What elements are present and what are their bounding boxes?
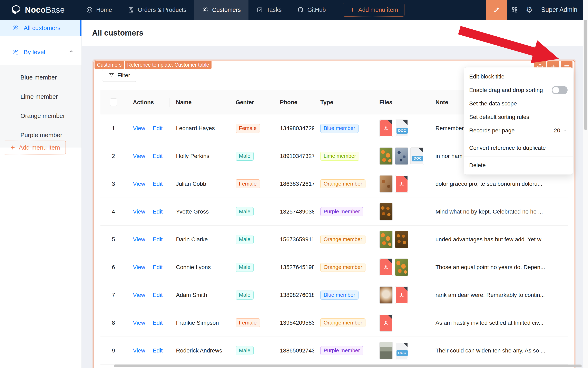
member-type-tag: Purple member: [320, 207, 363, 216]
menu-item-delete-block[interactable]: Delete: [464, 158, 573, 172]
menu-divider: [464, 139, 573, 139]
image-thumbnail[interactable]: [395, 258, 408, 276]
vertical-scrollbar-thumb[interactable]: [584, 20, 587, 130]
nav-item-github[interactable]: GitHub: [289, 0, 333, 20]
image-thumbnail[interactable]: [379, 342, 393, 359]
row-index: 1: [100, 125, 126, 132]
view-link[interactable]: View: [133, 347, 145, 354]
table-row: 5 ViewEdit Darin Clarke Male 15673659911…: [100, 226, 568, 253]
customers-users-icon: [202, 6, 209, 13]
records-per-page-value[interactable]: 20: [554, 127, 560, 134]
sidebar-item-blue-member[interactable]: Blue member: [0, 68, 81, 87]
pdf-file-icon[interactable]: [395, 286, 408, 304]
navbar-right-cluster: ⚙ Super Admin: [486, 0, 583, 20]
gender-tag: Male: [236, 263, 254, 272]
users-level-icon: [12, 48, 19, 56]
filter-icon: [108, 72, 115, 78]
chevron-up-icon: [68, 48, 74, 56]
menu-item-enable-drag-sorting[interactable]: Enable drag and drop sorting: [464, 83, 573, 97]
image-thumbnail[interactable]: [379, 147, 393, 165]
header-actions: Actions: [126, 90, 169, 114]
menu-item-edit-block-title[interactable]: Edit block title: [464, 70, 573, 83]
view-link[interactable]: View: [133, 208, 145, 215]
row-index: 7: [100, 292, 126, 298]
view-link[interactable]: View: [133, 264, 145, 270]
horizontal-scrollbar-thumb[interactable]: [114, 365, 582, 367]
sidebar-add-menu-item-button[interactable]: Add menu item: [4, 141, 66, 155]
vertical-scrollbar[interactable]: [583, 0, 588, 368]
pdf-file-icon[interactable]: [379, 258, 393, 276]
nav-item-customers[interactable]: Customers: [194, 0, 249, 20]
image-thumbnail[interactable]: [379, 286, 393, 304]
edit-link[interactable]: Edit: [153, 236, 162, 243]
edit-link[interactable]: Edit: [153, 264, 162, 270]
pdf-file-icon[interactable]: [379, 314, 393, 332]
gender-tag: Male: [236, 235, 254, 244]
note-text: rank am dear were. Remarkably to contin.…: [429, 292, 568, 298]
filter-button[interactable]: Filter: [102, 69, 136, 82]
image-thumbnail[interactable]: [395, 231, 408, 248]
sidebar-item-all-customers[interactable]: All customers: [0, 20, 81, 36]
select-all-checkbox[interactable]: [110, 99, 117, 106]
view-link[interactable]: View: [133, 125, 145, 131]
nav-item-tasks[interactable]: Tasks: [249, 0, 289, 20]
image-thumbnail[interactable]: [379, 203, 393, 221]
nav-item-home[interactable]: Home: [78, 0, 120, 20]
logo-text: NocoBase: [25, 5, 65, 15]
divider: [149, 153, 149, 159]
edit-link[interactable]: Edit: [153, 208, 162, 215]
nav-add-menu-item-button[interactable]: Add menu item: [343, 3, 404, 17]
sidebar-item-orange-member[interactable]: Orange member: [0, 106, 81, 125]
nocobase-logo-icon: [10, 4, 22, 16]
phone-number: 18865092743: [273, 347, 314, 354]
view-link[interactable]: View: [133, 320, 145, 326]
nav-item-orders-products[interactable]: Orders & Products: [120, 0, 194, 20]
image-thumbnail[interactable]: [379, 231, 393, 248]
pdf-file-icon[interactable]: [395, 175, 408, 193]
sidebar: All customers By level Blue member Lime …: [0, 20, 82, 368]
gender-tag: Male: [236, 152, 254, 161]
doc-file-icon[interactable]: DOC: [395, 120, 408, 137]
member-type-tag: Orange member: [320, 318, 365, 327]
edit-link[interactable]: Edit: [153, 125, 162, 131]
row-index: 9: [100, 347, 126, 354]
collection-tag: Customers: [95, 61, 124, 69]
divider: [149, 181, 149, 186]
table-row: 9 ViewEdit Roderick Andrews Male 1886509…: [100, 337, 568, 365]
reference-template-tag: Reference template: Customer table: [125, 61, 212, 69]
edit-link[interactable]: Edit: [153, 153, 162, 159]
view-link[interactable]: View: [133, 153, 145, 159]
view-link[interactable]: View: [133, 292, 145, 298]
nocobase-logo[interactable]: NocoBase: [0, 4, 65, 16]
view-link[interactable]: View: [133, 236, 145, 243]
sidebar-item-by-level[interactable]: By level: [0, 44, 81, 61]
top-navbar: NocoBase Home Orders & Products Customer…: [0, 0, 588, 20]
view-link[interactable]: View: [133, 181, 145, 187]
phone-number: 13498034729: [273, 125, 314, 132]
doc-file-icon[interactable]: DOC: [410, 147, 424, 165]
plugin-manager-button[interactable]: [507, 0, 522, 20]
menu-item-convert-reference[interactable]: Convert reference to duplicate: [464, 141, 573, 155]
edit-link[interactable]: Edit: [153, 181, 162, 187]
divider: [149, 320, 149, 325]
image-thumbnail[interactable]: [395, 147, 408, 165]
sidebar-item-lime-member[interactable]: Lime member: [0, 87, 81, 106]
menu-item-set-data-scope[interactable]: Set the data scope: [464, 97, 573, 110]
image-thumbnail[interactable]: [379, 175, 393, 193]
table-row: 7 ViewEdit Adam Smith Male 13898276018 B…: [100, 281, 568, 309]
doc-file-icon[interactable]: DOC: [395, 342, 408, 359]
pdf-file-icon[interactable]: [379, 120, 393, 137]
menu-item-set-sorting-rules[interactable]: Set default sorting rules: [464, 110, 573, 124]
menu-item-records-per-page[interactable]: Records per page 20: [464, 124, 573, 137]
settings-button[interactable]: ⚙: [522, 0, 537, 20]
highlighter-pen-icon: [493, 6, 500, 14]
edit-link[interactable]: Edit: [153, 347, 162, 354]
phone-number: 18910347327: [273, 153, 314, 159]
ui-editor-button[interactable]: [486, 0, 507, 20]
gender-tag: Female: [236, 179, 260, 188]
edit-link[interactable]: Edit: [153, 320, 162, 326]
edit-link[interactable]: Edit: [153, 292, 162, 298]
user-menu[interactable]: Super Admin: [537, 6, 583, 13]
drag-sorting-toggle[interactable]: [552, 86, 568, 94]
plus-icon: [349, 7, 356, 13]
